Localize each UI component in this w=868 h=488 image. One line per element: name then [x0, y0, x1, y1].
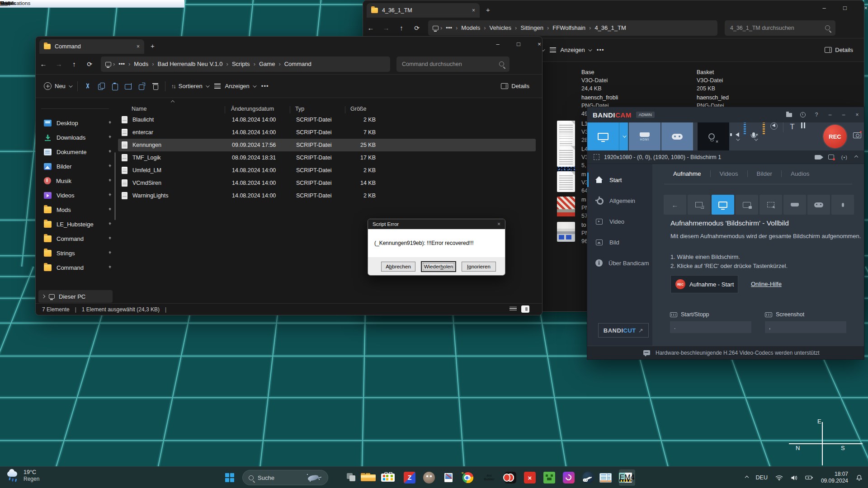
file-tile[interactable]: Basket V3O-Datei 205 KB [697, 68, 723, 93]
battery-icon[interactable] [805, 475, 813, 480]
capture-mode-button[interactable] [712, 195, 734, 215]
sidebar-item[interactable]: LE_Hubsteige [36, 217, 116, 231]
column-header-type[interactable]: Typ [295, 106, 304, 112]
back-button[interactable]: ← [36, 60, 51, 68]
file-explorer-icon[interactable] [365, 472, 377, 483]
gimp-icon[interactable] [423, 472, 435, 483]
capture-mode-button[interactable] [783, 195, 806, 215]
collapse-icon[interactable] [854, 155, 858, 159]
sidebar-item[interactable]: Command [36, 260, 116, 275]
content-tab[interactable]: Videos [710, 170, 747, 177]
nav-item[interactable]: Bild [587, 232, 652, 253]
minecraft-icon[interactable] [543, 472, 555, 483]
new-button[interactable]: Neu [44, 82, 71, 90]
refresh-button[interactable]: ⟳ [82, 61, 97, 68]
notifications-icon[interactable] [856, 474, 863, 481]
rename-icon[interactable] [124, 82, 132, 90]
webcam-button[interactable]: × [698, 122, 729, 150]
file-row[interactable]: WarningLights 14.08.2024 14:00 SCRIPT-Da… [118, 189, 536, 202]
chevron-right-icon[interactable] [42, 295, 45, 298]
region-select-icon[interactable] [594, 154, 599, 160]
weather-widget[interactable]: 19°CRegen [6, 469, 39, 483]
breadcrumb-item[interactable]: FFWolfshain [551, 24, 587, 31]
search-box[interactable]: 4_36_1_TM durchsuchen [725, 20, 835, 36]
view-button[interactable]: Anzeigen [550, 46, 591, 54]
address-bar[interactable]: › ••• › Mods›Bad Herrenalb Neu V.1.0›Scr… [101, 56, 390, 72]
file-row[interactable]: TMF_Logik 08.09.2024 18:31 SCRIPT-Datei … [118, 151, 536, 164]
red-x-app-icon[interactable]: × [524, 472, 536, 483]
microsoft-store-icon[interactable] [384, 472, 396, 483]
tab-close-icon[interactable]: × [472, 7, 475, 14]
capture-mode-button[interactable] [831, 195, 854, 215]
file-row[interactable]: Umfeld_LM 14.08.2024 14:00 SCRIPT-Datei … [118, 164, 536, 177]
new-tab-button[interactable]: + [151, 42, 155, 50]
breadcrumb-item[interactable]: Models [459, 24, 482, 31]
close-icon[interactable]: × [850, 112, 864, 118]
ani-builder-icon[interactable]: Ani Builder [481, 472, 497, 483]
details-pane-button[interactable]: Details [825, 47, 864, 53]
address-bar[interactable]: › ••• › Models›Vehicles›Sittingen›FFWolf… [428, 20, 717, 36]
text-overlay-button[interactable]: T [790, 122, 794, 150]
breadcrumb-item[interactable]: Vehicles [488, 24, 513, 31]
file-row[interactable]: Blaulicht 14.08.2024 14:00 SCRIPT-Datei … [118, 113, 536, 126]
close-icon[interactable]: × [497, 221, 500, 227]
video-mode-icon[interactable] [815, 155, 821, 160]
dialog-button[interactable]: Ignorieren [462, 262, 496, 272]
new-tab-button[interactable]: + [486, 6, 490, 14]
online-help-link[interactable]: Online-Hilfe [751, 281, 782, 287]
sidebar-item[interactable]: Dokumente [36, 145, 116, 159]
record-start-button[interactable]: REC Aufnahme - Start [670, 275, 738, 293]
details-pane-button[interactable]: Details [501, 83, 542, 89]
tab-close-icon[interactable]: × [137, 43, 140, 50]
task-view-icon[interactable] [345, 472, 357, 483]
purple-app-icon[interactable] [563, 472, 575, 483]
paste-icon[interactable] [111, 82, 118, 90]
capture-mode-button[interactable] [736, 195, 758, 215]
breadcrumb-item[interactable]: Sittingen [519, 24, 545, 31]
record-button[interactable]: REC [823, 125, 847, 148]
open-folder-icon[interactable] [786, 113, 792, 117]
breadcrumb-item[interactable]: Command [283, 61, 313, 67]
capture-mode-button[interactable] [760, 195, 782, 215]
steam-icon[interactable] [582, 472, 594, 483]
breadcrumb-ellipsis[interactable]: ••• [117, 61, 127, 67]
maximize-button[interactable]: □ [509, 38, 528, 51]
notepad-plus-icon[interactable] [602, 472, 613, 483]
minimize-button[interactable]: – [815, 1, 833, 15]
cut-icon[interactable] [84, 82, 91, 90]
content-tab[interactable]: Aufnahme [664, 170, 710, 177]
screenshot-button[interactable] [853, 132, 861, 138]
recorder-icon[interactable] [505, 472, 516, 483]
list-view-toggle[interactable] [509, 305, 517, 312]
sidebar-item-this-pc[interactable]: Dieser PC [38, 290, 113, 303]
breadcrumb-item[interactable]: Scripts [230, 61, 252, 67]
help-icon[interactable]: ? [810, 112, 823, 118]
menubar-item[interactable]: ? [0, 0, 3, 6]
back-button[interactable]: ← [363, 24, 378, 32]
sidebar-item[interactable]: Desktop [36, 116, 116, 130]
device-mode-button[interactable]: HDMI [629, 122, 660, 150]
broadcast-icon[interactable]: (•) [841, 155, 848, 160]
close-button[interactable]: × [857, 1, 868, 15]
nav-item[interactable]: Über Bandicam [587, 253, 652, 273]
sidebar-scrollbar[interactable] [114, 152, 116, 220]
up-button[interactable]: ↑ [394, 24, 409, 32]
sidebar-item[interactable]: Bilder [36, 159, 116, 174]
hotkey-screenshot-input[interactable]: , [765, 321, 846, 333]
chrome-icon[interactable] [462, 472, 474, 483]
delete-icon[interactable] [151, 82, 159, 90]
tray-overflow-icon[interactable] [745, 476, 748, 479]
up-button[interactable]: ↑ [66, 60, 82, 68]
breadcrumb-ellipsis[interactable]: ••• [444, 24, 454, 31]
capture-mode-button[interactable]: ← [664, 195, 686, 215]
maximize-button[interactable]: □ [836, 1, 854, 15]
search-box[interactable]: Command durchsuchen [396, 56, 509, 72]
capture-mode-button[interactable] [807, 195, 830, 215]
file-row[interactable]: entercar 14.08.2024 14:00 SCRIPT-Datei 7… [118, 126, 536, 139]
dialog-button[interactable]: Wiederholen [421, 262, 456, 272]
sort-button[interactable]: ↑↓Sortieren [171, 83, 208, 89]
clock[interactable]: 18:0709.09.2024 [821, 471, 848, 484]
microphone-settings-button[interactable]: × [752, 122, 758, 150]
column-header-size[interactable]: Größe [350, 106, 366, 112]
close-button[interactable]: × [530, 38, 548, 51]
